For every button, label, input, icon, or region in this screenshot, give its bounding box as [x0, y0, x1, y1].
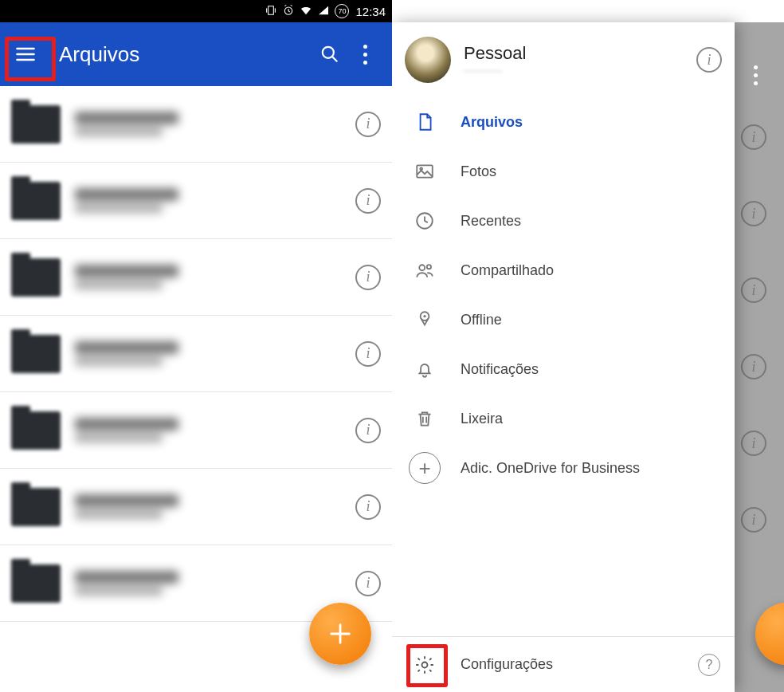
svg-point-11	[423, 315, 425, 317]
svg-point-12	[422, 662, 428, 667]
bell-icon	[413, 357, 437, 381]
navigation-drawer: Pessoal ———— i Arquivos Fotos Recentes C…	[392, 22, 735, 692]
file-row[interactable]: i	[0, 392, 392, 469]
nav-item-shared[interactable]: Compartilhado	[392, 246, 735, 295]
svg-rect-5	[417, 165, 433, 177]
file-row[interactable]: i	[0, 163, 392, 239]
nav-item-photos[interactable]: Fotos	[392, 147, 735, 196]
file-info-button: i	[741, 354, 766, 379]
plus-icon	[327, 620, 354, 647]
app-bar: Arquivos	[0, 22, 392, 86]
status-bar: 70 12:34	[0, 0, 392, 22]
folder-icon	[11, 411, 61, 450]
folder-icon	[11, 335, 61, 373]
account-name: Pessoal	[464, 43, 684, 64]
nav-item-notifications[interactable]: Notificações	[392, 344, 735, 394]
wifi-icon	[300, 4, 312, 19]
nav-label: Fotos	[461, 163, 496, 180]
offline-icon	[413, 308, 437, 332]
file-label	[75, 571, 355, 596]
file-info-button[interactable]: i	[355, 418, 381, 443]
background-info-buttons: i i i i i i	[741, 124, 766, 533]
phone-right: 69 12:35 i i i i i i Pessoal ———— i	[392, 0, 784, 692]
folder-icon	[11, 105, 61, 144]
more-vert-icon	[754, 65, 758, 85]
folder-icon	[11, 564, 61, 603]
people-icon	[413, 258, 437, 282]
trash-icon	[413, 407, 437, 431]
search-button[interactable]	[312, 37, 347, 72]
image-icon	[413, 159, 437, 183]
file-row[interactable]: i	[0, 86, 392, 163]
folder-icon	[11, 258, 61, 297]
file-row[interactable]: i	[0, 469, 392, 545]
more-vert-icon	[363, 45, 367, 65]
file-info-button[interactable]: i	[355, 265, 381, 290]
add-fab[interactable]	[309, 603, 371, 665]
nav-label: Arquivos	[461, 114, 523, 131]
folder-icon	[11, 488, 61, 526]
account-info-button[interactable]: i	[696, 47, 722, 73]
file-info-button: i	[741, 431, 766, 456]
file-label	[75, 494, 355, 519]
vibrate-icon	[265, 4, 277, 19]
plus-circle-icon: +	[409, 452, 441, 484]
clock-icon	[413, 209, 437, 233]
gear-icon	[413, 653, 437, 677]
nav-label: Adic. OneDrive for Business	[461, 460, 640, 477]
battery-indicator: 70	[335, 4, 349, 18]
menu-button[interactable]	[10, 38, 41, 70]
drawer-nav: Arquivos Fotos Recentes Compartilhado Of…	[392, 92, 735, 636]
avatar	[405, 37, 451, 83]
account-email: ————	[464, 65, 684, 77]
file-info-button[interactable]: i	[355, 341, 381, 367]
page-title: Arquivos	[59, 42, 312, 67]
nav-label: Notificações	[461, 361, 539, 378]
file-info-button[interactable]: i	[355, 494, 381, 520]
nav-label: Lixeira	[461, 411, 503, 427]
folder-icon	[11, 182, 61, 220]
file-row[interactable]: i	[0, 239, 392, 316]
help-button[interactable]: ?	[698, 654, 720, 676]
nav-label: Recentes	[461, 213, 521, 230]
svg-point-9	[427, 265, 431, 269]
nav-item-files[interactable]: Arquivos	[392, 97, 735, 147]
signal-icon	[317, 4, 330, 19]
nav-item-add-business[interactable]: + Adic. OneDrive for Business	[392, 443, 735, 493]
file-info-button[interactable]: i	[355, 188, 381, 214]
file-label	[75, 418, 355, 442]
drawer-header[interactable]: Pessoal ———— i	[392, 22, 735, 92]
file-info-button: i	[741, 201, 766, 226]
file-label	[75, 188, 355, 213]
file-info-button: i	[741, 507, 766, 533]
phone-left: 70 12:34 Arquivos i i i	[0, 0, 392, 692]
settings-label: Configurações	[461, 656, 553, 673]
file-icon	[413, 110, 437, 134]
nav-label: Offline	[461, 312, 502, 328]
file-label	[75, 265, 355, 289]
file-label	[75, 341, 355, 366]
file-info-button[interactable]: i	[355, 112, 381, 137]
file-info-button: i	[741, 277, 766, 303]
file-list[interactable]: i i i i i i i	[0, 86, 392, 692]
nav-label: Compartilhado	[461, 262, 554, 279]
file-label	[75, 112, 355, 136]
nav-item-offline[interactable]: Offline	[392, 295, 735, 344]
nav-item-recent[interactable]: Recentes	[392, 196, 735, 246]
drawer-footer[interactable]: Configurações ?	[392, 636, 735, 692]
svg-point-6	[420, 167, 422, 170]
nav-item-trash[interactable]: Lixeira	[392, 394, 735, 443]
clock: 12:34	[355, 5, 386, 18]
svg-point-8	[419, 265, 425, 270]
file-info-button: i	[741, 124, 766, 150]
overflow-menu-button[interactable]	[347, 37, 382, 72]
alarm-icon	[282, 4, 295, 19]
add-fab[interactable]	[755, 603, 784, 665]
file-info-button[interactable]: i	[355, 571, 381, 596]
file-row[interactable]: i	[0, 316, 392, 392]
overflow-menu-button[interactable]	[738, 51, 773, 99]
